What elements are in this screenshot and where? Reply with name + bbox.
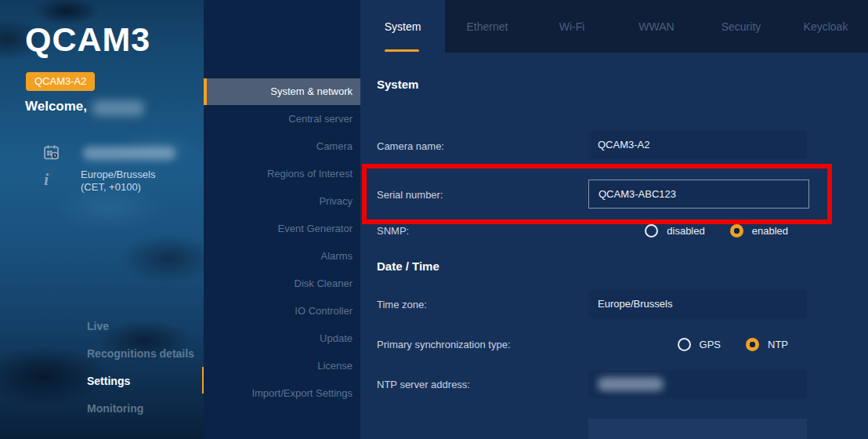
tab-bar: System Ethernet Wi-Fi WWAN Security Keyc… bbox=[360, 0, 868, 53]
tab-keycloak[interactable]: Keycloak bbox=[783, 0, 868, 53]
radio-checked-icon[interactable] bbox=[730, 224, 743, 238]
menu-item-disk-cleaner[interactable]: Disk Cleaner bbox=[204, 270, 360, 297]
sync-gps-label: GPS bbox=[700, 339, 721, 350]
sidebar-item-settings[interactable]: Settings bbox=[87, 375, 130, 387]
menu-item-io-controller[interactable]: IO Controller bbox=[204, 297, 360, 325]
menu-item-camera[interactable]: Camera bbox=[204, 132, 360, 160]
system-section-heading: System bbox=[377, 78, 418, 91]
redacted-username bbox=[92, 100, 144, 116]
primary-sync-radio-group: GPS NTP bbox=[588, 335, 807, 354]
sync-ntp-option[interactable]: NTP bbox=[746, 338, 788, 351]
menu-item-central-server[interactable]: Central server bbox=[204, 105, 360, 132]
primary-sync-label: Primary synchronization type: bbox=[377, 339, 511, 350]
sync-gps-option[interactable]: GPS bbox=[678, 338, 721, 351]
tab-wwan[interactable]: WWAN bbox=[614, 0, 699, 53]
tab-ethernet[interactable]: Ethernet bbox=[445, 0, 530, 53]
radio-unchecked-icon[interactable] bbox=[645, 224, 658, 238]
serial-number-label: Serial number: bbox=[377, 189, 443, 201]
serial-number-input[interactable]: QCAM3-ABC123 bbox=[588, 180, 809, 209]
welcome-text: Welcome, bbox=[25, 99, 87, 114]
main-content: System Ethernet Wi-Fi WWAN Security Keyc… bbox=[360, 0, 868, 439]
tab-system[interactable]: System bbox=[360, 0, 445, 53]
timezone-name: Europe/Brussels bbox=[81, 169, 155, 180]
snmp-disabled-option[interactable]: disabled bbox=[645, 224, 704, 238]
menu-item-regions-of-interest[interactable]: Regions of Interest bbox=[204, 160, 360, 187]
snmp-enabled-option[interactable]: enabled bbox=[730, 224, 788, 238]
sidebar-item-live[interactable]: Live bbox=[87, 320, 109, 332]
sync-ntp-label: NTP bbox=[768, 339, 788, 350]
sidebar-item-recognitions-details[interactable]: Recognitions details bbox=[87, 347, 194, 360]
time-zone-input[interactable]: Europe/Brussels bbox=[588, 290, 807, 318]
menu-item-alarms[interactable]: Alarms bbox=[204, 242, 360, 270]
time-zone-label: Time zone: bbox=[377, 299, 427, 310]
brand-title: QCAM3 bbox=[25, 20, 150, 59]
calendar-clock-icon bbox=[42, 143, 61, 165]
menu-item-license[interactable]: License bbox=[204, 352, 360, 379]
menu-item-update[interactable]: Update bbox=[204, 325, 360, 352]
settings-menu: System & network Central server Camera R… bbox=[204, 78, 360, 407]
ntp-server-label: NTP server address: bbox=[377, 379, 470, 390]
menu-item-import-export-settings[interactable]: Import/Export Settings bbox=[204, 379, 360, 407]
next-field-input-partial[interactable] bbox=[588, 419, 807, 439]
snmp-enabled-label: enabled bbox=[752, 225, 788, 237]
snmp-label: SNMP: bbox=[377, 225, 409, 237]
timezone-offset: (CET, +0100) bbox=[81, 181, 141, 193]
active-tab-underline bbox=[385, 49, 419, 52]
main-sidebar: QCAM3 QCAM3-A2 Welcome, i Europe/Brussel… bbox=[0, 0, 204, 439]
camera-name-input[interactable]: QCAM3-A2 bbox=[588, 131, 807, 159]
redacted-datetime bbox=[83, 147, 175, 160]
snmp-radio-group: disabled enabled bbox=[588, 221, 807, 240]
settings-menu-sidebar: System & network Central server Camera R… bbox=[204, 0, 360, 439]
datetime-section-heading: Date / Time bbox=[377, 259, 439, 273]
tab-wifi[interactable]: Wi-Fi bbox=[530, 0, 614, 53]
menu-item-privacy[interactable]: Privacy bbox=[204, 187, 360, 215]
device-badge: QCAM3-A2 bbox=[26, 72, 95, 91]
tab-system-label: System bbox=[385, 20, 421, 33]
info-icon: i bbox=[44, 169, 49, 190]
snmp-disabled-label: disabled bbox=[667, 225, 704, 237]
sidebar-item-monitoring[interactable]: Monitoring bbox=[87, 402, 143, 415]
menu-item-system-network[interactable]: System & network bbox=[204, 78, 360, 105]
camera-name-label: Camera name: bbox=[377, 140, 444, 152]
radio-unchecked-icon[interactable] bbox=[678, 338, 691, 351]
menu-item-event-generator[interactable]: Event Generator bbox=[204, 215, 360, 242]
radio-checked-icon[interactable] bbox=[746, 338, 759, 351]
redacted-ntp-address bbox=[598, 377, 664, 391]
tab-security[interactable]: Security bbox=[699, 0, 783, 53]
app-window: QCAM3 QCAM3-A2 Welcome, i Europe/Brussel… bbox=[0, 0, 868, 439]
